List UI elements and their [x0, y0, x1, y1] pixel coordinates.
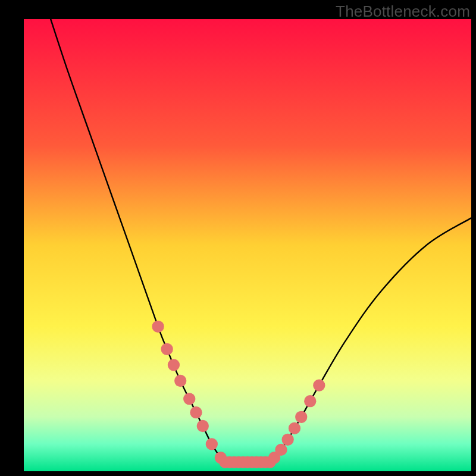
- data-marker: [174, 375, 186, 387]
- data-marker: [295, 411, 307, 423]
- data-marker: [152, 321, 164, 333]
- watermark-text: TheBottleneck.com: [336, 2, 470, 21]
- data-marker: [197, 420, 209, 432]
- data-marker: [275, 444, 287, 456]
- data-marker: [190, 406, 202, 418]
- data-marker: [289, 422, 300, 434]
- chart-svg: [0, 0, 476, 476]
- data-marker: [183, 393, 195, 405]
- data-marker: [304, 395, 316, 407]
- data-marker: [206, 438, 218, 450]
- data-marker: [161, 343, 173, 355]
- chart-frame: TheBottleneck.com: [0, 0, 476, 476]
- data-marker: [282, 434, 294, 446]
- plot-background: [24, 19, 471, 471]
- data-marker: [313, 379, 325, 391]
- data-marker: [168, 359, 180, 371]
